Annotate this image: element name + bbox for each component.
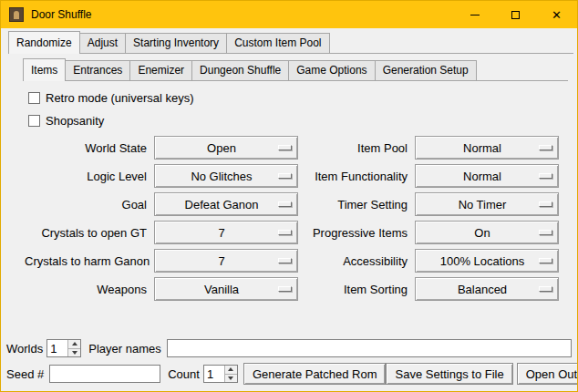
logic-level-label: Logic Level xyxy=(25,170,147,183)
multiworld-row: Worlds Player names xyxy=(6,339,572,357)
timer-setting-label: Timer Setting xyxy=(305,198,408,211)
accessibility-dropdown[interactable]: 100% Locations xyxy=(415,249,559,273)
bottom-bar: Worlds Player names Seed # xyxy=(6,339,572,385)
tab-game-options[interactable]: Game Options xyxy=(288,60,375,80)
dropdown-value: Balanced xyxy=(458,283,516,296)
tab-entrances[interactable]: Entrances xyxy=(65,60,130,80)
tab-starting-inventory[interactable]: Starting Inventory xyxy=(125,33,227,53)
arrow-down-icon xyxy=(72,351,77,355)
count-spinbox[interactable] xyxy=(203,365,238,383)
item-sorting-dropdown[interactable]: Balanced xyxy=(415,277,559,301)
item-sorting-label: Item Sorting xyxy=(305,283,408,296)
close-icon: ✕ xyxy=(552,9,562,21)
tab-dungeon-shuffle[interactable]: Dungeon Shuffle xyxy=(191,60,289,80)
dropdown-value: Vanilla xyxy=(204,283,248,296)
worlds-spinbox[interactable] xyxy=(46,339,81,357)
dropdown-indicator-icon xyxy=(278,230,292,235)
window-title: Door Shuffle xyxy=(31,8,92,21)
dropdown-value: Open xyxy=(207,141,245,155)
shopsanity-label: Shopsanity xyxy=(46,114,104,128)
dropdown-indicator-icon xyxy=(278,258,292,263)
count-label: Count xyxy=(168,367,200,381)
maximize-button[interactable] xyxy=(495,1,536,28)
player-names-input[interactable] xyxy=(167,339,572,357)
tab-adjust[interactable]: Adjust xyxy=(79,33,126,53)
maximize-icon xyxy=(511,11,520,19)
generate-row: Seed # Count Generate Patched Rom Save S… xyxy=(6,363,572,385)
dropdown-indicator-icon xyxy=(539,173,552,179)
timer-setting-dropdown[interactable]: No Timer xyxy=(415,192,559,216)
item-pool-label: Item Pool xyxy=(305,141,408,155)
dropdown-indicator-icon xyxy=(539,145,552,150)
dropdown-indicator-icon xyxy=(539,286,552,292)
crystals-harm-ganon-dropdown[interactable]: 7 xyxy=(154,249,298,273)
minimize-button[interactable] xyxy=(454,1,495,28)
weapons-dropdown[interactable]: Vanilla xyxy=(154,277,298,301)
spinner-arrows xyxy=(224,366,237,382)
retro-mode-label: Retro mode (universal keys) xyxy=(46,91,194,105)
spin-down-button[interactable] xyxy=(68,348,80,357)
goal-dropdown[interactable]: Defeat Ganon xyxy=(154,192,298,216)
item-functionality-label: Item Functionality xyxy=(305,170,408,183)
worlds-label: Worlds xyxy=(6,342,43,356)
tab-randomize[interactable]: Randomize xyxy=(8,31,80,54)
checkbox-icon[interactable] xyxy=(28,92,40,104)
save-settings-button[interactable]: Save Settings to File xyxy=(386,363,512,385)
open-output-directory-button[interactable]: Open Output Directory xyxy=(517,363,578,385)
close-button[interactable]: ✕ xyxy=(536,1,577,28)
checkbox-icon[interactable] xyxy=(28,115,40,127)
logic-level-dropdown[interactable]: No Glitches xyxy=(154,164,298,188)
spin-up-button[interactable] xyxy=(68,340,80,348)
goal-label: Goal xyxy=(25,198,147,211)
progressive-items-dropdown[interactable]: On xyxy=(415,221,559,244)
crystals-open-gt-dropdown[interactable]: 7 xyxy=(154,221,298,244)
caption-buttons: ✕ xyxy=(454,1,577,28)
world-state-label: World State xyxy=(25,141,147,155)
shopsanity-checkbox[interactable]: Shopsanity xyxy=(28,113,577,128)
minimize-icon xyxy=(470,15,480,15)
dropdown-value: 7 xyxy=(218,226,233,240)
dropdown-indicator-icon xyxy=(278,286,292,292)
dropdown-value: 100% Locations xyxy=(440,254,534,268)
dropdown-value: On xyxy=(474,226,499,240)
item-pool-dropdown[interactable]: Normal xyxy=(415,136,559,160)
world-state-dropdown[interactable]: Open xyxy=(154,136,298,160)
worlds-spinbox-input[interactable] xyxy=(47,340,67,356)
dropdown-value: Normal xyxy=(463,141,511,155)
randomize-tabstrip: Items Entrances Enemizer Dungeon Shuffle… xyxy=(23,58,568,81)
seed-input[interactable] xyxy=(49,365,160,383)
progressive-items-label: Progressive Items xyxy=(305,226,408,240)
dropdown-value: Normal xyxy=(463,170,511,183)
crystals-harm-ganon-label: Crystals to harm Ganon xyxy=(25,254,147,268)
dropdown-indicator-icon xyxy=(539,258,552,263)
seed-label: Seed # xyxy=(6,367,44,381)
dropdown-value: Defeat Ganon xyxy=(185,198,268,211)
tab-items[interactable]: Items xyxy=(23,58,66,81)
dropdown-indicator-icon xyxy=(539,230,552,235)
dropdown-value: No Glitches xyxy=(191,170,261,183)
dropdown-indicator-icon xyxy=(278,145,292,150)
tab-custom-item-pool[interactable]: Custom Item Pool xyxy=(226,33,329,53)
main-tabstrip: Randomize Adjust Starting Inventory Cust… xyxy=(8,31,573,54)
arrow-down-icon xyxy=(228,377,233,380)
generate-patched-rom-button[interactable]: Generate Patched Rom xyxy=(243,363,387,385)
dropdown-indicator-icon xyxy=(278,201,292,207)
dropdown-indicator-icon xyxy=(278,173,292,179)
tab-generation-setup[interactable]: Generation Setup xyxy=(375,60,477,80)
crystals-open-gt-label: Crystals to open GT xyxy=(25,226,147,240)
spinner-arrows xyxy=(67,340,80,356)
item-functionality-dropdown[interactable]: Normal xyxy=(415,164,559,188)
checkbox-group: Retro mode (universal keys) Shopsanity xyxy=(28,90,577,128)
spin-down-button[interactable] xyxy=(225,374,237,383)
dropdown-indicator-icon xyxy=(539,201,552,207)
count-spinbox-input[interactable] xyxy=(204,366,224,382)
spin-up-button[interactable] xyxy=(225,366,237,374)
window-content: Randomize Adjust Starting Inventory Cust… xyxy=(1,28,577,391)
arrow-up-icon xyxy=(72,342,77,346)
accessibility-label: Accessibility xyxy=(305,254,408,268)
options-form: World State Open Item Pool Normal Logic … xyxy=(25,136,568,301)
titlebar: Door Shuffle ✕ xyxy=(1,1,577,28)
tab-enemizer[interactable]: Enemizer xyxy=(129,60,192,80)
weapons-label: Weapons xyxy=(25,283,147,296)
retro-mode-checkbox[interactable]: Retro mode (universal keys) xyxy=(28,90,577,105)
